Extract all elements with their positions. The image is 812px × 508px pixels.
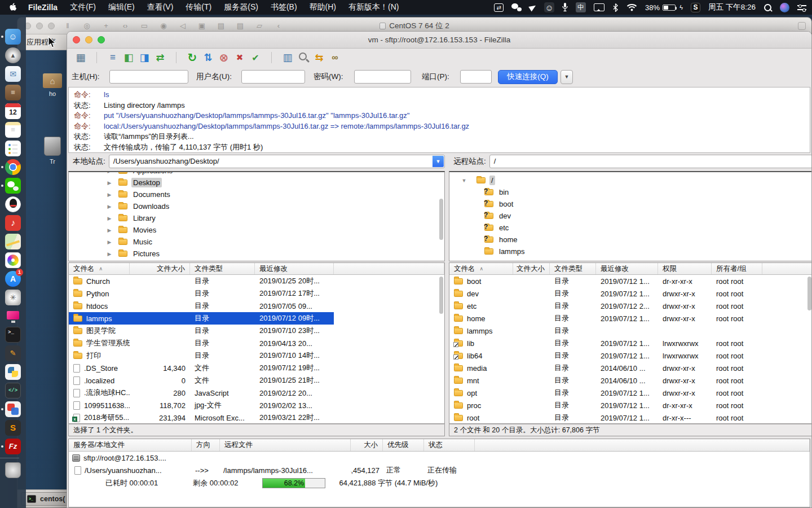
menubar-clock[interactable]: 周五 下午8:26 bbox=[708, 2, 756, 12]
expand-arrow-icon[interactable]: ▶ bbox=[106, 251, 113, 257]
process-queue-button[interactable]: ⇅ bbox=[200, 50, 216, 65]
column-header-3[interactable]: 最近修改 bbox=[255, 263, 334, 274]
expand-arrow-icon[interactable]: ▶ bbox=[106, 227, 113, 233]
remote-site-path[interactable]: / bbox=[489, 155, 812, 168]
spotlight-search-icon[interactable] bbox=[764, 3, 772, 12]
expand-arrow-icon[interactable]: ▶ bbox=[106, 180, 113, 186]
dock-item-finder[interactable]: ☺ bbox=[0, 27, 26, 46]
remote-file-row[interactable]: media目录2014/06/10 ...drwxr-xr-xroot root bbox=[449, 362, 812, 374]
emoji-input-icon[interactable]: ☺ bbox=[544, 2, 554, 12]
remote-file-row[interactable]: mnt目录2014/06/10 ...drwxr-xr-xroot root bbox=[449, 374, 812, 387]
directory-compare-button[interactable]: ▥ bbox=[280, 50, 295, 65]
dock-item-notes[interactable]: ≡ bbox=[0, 120, 26, 139]
sync-browsing-button[interactable]: ⇆ bbox=[311, 50, 327, 65]
menu-item-app[interactable]: FileZilla bbox=[22, 3, 64, 12]
local-file-row[interactable]: Python目录2019/07/12 17时... bbox=[69, 287, 444, 300]
remote-file-row[interactable]: dev目录2019/07/12 1...drwxr-xr-xroot root bbox=[449, 287, 812, 300]
dock-item-app-store[interactable]: A1 bbox=[0, 269, 26, 288]
host-input[interactable] bbox=[109, 70, 188, 84]
back-icon[interactable]: ‹ bbox=[273, 21, 284, 30]
queue-server-row[interactable]: sftp://root@172.16.153.... bbox=[69, 452, 810, 464]
local-tree-item-Documents[interactable]: ▶Documents bbox=[69, 189, 444, 200]
dock-item-maps[interactable] bbox=[0, 232, 26, 251]
expand-arrow-icon[interactable]: ▶ bbox=[106, 204, 113, 209]
bluetooth-icon[interactable] bbox=[612, 2, 619, 12]
local-tree-item-Desktop[interactable]: ▶Desktop bbox=[69, 177, 444, 189]
remote-tree-item-dev[interactable]: dev bbox=[449, 210, 812, 222]
dock-item-filezilla[interactable]: Fz bbox=[0, 437, 26, 456]
telegram-icon[interactable] bbox=[528, 3, 537, 12]
local-file-row[interactable]: 图灵学院目录2019/07/10 23时... bbox=[69, 325, 444, 337]
remote-tree-item-bin[interactable]: bin bbox=[449, 186, 812, 198]
remote-file-row[interactable]: opt目录2019/07/12 1...drwxr-xr-xroot root bbox=[449, 387, 812, 399]
quickconnect-button[interactable]: 快速连接(Q) bbox=[498, 70, 558, 84]
local-tree-item-Pictures[interactable]: ▶Pictures bbox=[69, 248, 444, 260]
wifi-icon[interactable] bbox=[626, 2, 637, 12]
drive-icon[interactable]: ▭ bbox=[139, 21, 149, 30]
dock-item-trash[interactable] bbox=[0, 461, 26, 479]
centos-trash-icon[interactable]: Tr bbox=[34, 137, 70, 165]
disconnect-button[interactable]: ✖ bbox=[232, 50, 248, 65]
expand-arrow-icon[interactable]: ▶ bbox=[106, 171, 113, 174]
remote-tree-root[interactable]: ▼/ bbox=[449, 174, 812, 186]
dock-item-photos[interactable] bbox=[0, 251, 26, 269]
notification-center-icon[interactable] bbox=[797, 5, 806, 11]
dock-item-code-editor[interactable]: </> bbox=[0, 381, 26, 400]
username-input[interactable] bbox=[241, 70, 305, 84]
snapshot-icon[interactable]: ◎ bbox=[82, 21, 92, 30]
battery-indicator[interactable]: 38% ϟ bbox=[645, 2, 683, 12]
column-header-4[interactable]: 权限 bbox=[658, 263, 712, 274]
menu-item-2[interactable]: 编辑(E) bbox=[102, 2, 141, 12]
remote-file-row[interactable]: lib目录2019/07/12 1...lrwxrwxrwxroot root bbox=[449, 337, 812, 349]
file-search-button[interactable] bbox=[295, 50, 311, 65]
local-file-row[interactable]: .localized0文件2019/01/25 21时... bbox=[69, 374, 444, 387]
centos-taskbar-terminal-button[interactable]: >_ centos( bbox=[21, 492, 69, 506]
disk2-icon[interactable]: ▤ bbox=[235, 21, 245, 30]
toggle-queue-button[interactable]: ⇄ bbox=[152, 50, 168, 65]
column-header-2[interactable]: 文件类型 bbox=[190, 263, 255, 274]
menu-item-6[interactable]: 书签(B) bbox=[264, 2, 303, 12]
local-site-path[interactable]: /Users/yuanshuozhang/Desktop/ ▼ bbox=[109, 155, 445, 168]
queue-column-header-3[interactable]: 大小 bbox=[351, 439, 383, 451]
sogou-input-icon[interactable]: S bbox=[691, 3, 700, 12]
dock-item-system-preferences[interactable]: ✳ bbox=[0, 288, 26, 306]
wechat-status-icon[interactable] bbox=[511, 3, 522, 11]
local-tree-scrollbar[interactable] bbox=[439, 199, 443, 240]
dock-item-sublime-text[interactable]: S bbox=[0, 418, 26, 437]
camera-icon[interactable]: ◉ bbox=[158, 21, 169, 30]
vm-fullscreen-icon[interactable] bbox=[798, 22, 806, 30]
expand-arrow-icon[interactable]: ▶ bbox=[106, 239, 113, 245]
refresh-button[interactable]: ↻ bbox=[184, 50, 200, 65]
menu-item-1[interactable]: 文件(F) bbox=[64, 2, 102, 12]
local-file-row[interactable]: 打印目录2019/07/10 14时... bbox=[69, 349, 444, 362]
find-files-button[interactable]: ∞ bbox=[327, 50, 343, 65]
remote-tree-item-lammps[interactable]: lammps bbox=[449, 246, 812, 257]
dock-item-netease-music[interactable]: ♪ bbox=[0, 213, 26, 232]
dictation-mic-icon[interactable] bbox=[562, 2, 568, 12]
dock-item-paint-tool[interactable]: ✎ bbox=[0, 344, 26, 362]
local-tree-item-Music[interactable]: ▶Music bbox=[69, 236, 444, 248]
local-tree-item-Downloads[interactable]: ▶Downloads bbox=[69, 200, 444, 212]
local-list-scrollbar[interactable] bbox=[439, 277, 443, 314]
dock-item-screen-display[interactable] bbox=[0, 306, 26, 325]
toggle-log-button[interactable]: ≡ bbox=[105, 50, 121, 65]
menu-item-8[interactable]: 有新版本！(N) bbox=[342, 2, 405, 12]
speaker-icon[interactable]: ◁ bbox=[178, 21, 188, 30]
remote-file-row[interactable]: lammps目录 bbox=[449, 325, 812, 337]
column-header-0[interactable]: 文件名∧ bbox=[449, 263, 513, 274]
menu-item-4[interactable]: 传输(T) bbox=[179, 2, 218, 12]
dock-item-contacts[interactable]: ≡ bbox=[0, 83, 26, 102]
toggle-local-tree-button[interactable]: ◧ bbox=[121, 50, 136, 65]
dock-item-python-idle[interactable] bbox=[0, 362, 26, 381]
collapse-arrow-icon[interactable]: ▼ bbox=[461, 178, 467, 183]
local-file-row[interactable]: 2018考研55...231,394Microsoft Exc...2019/0… bbox=[69, 411, 444, 424]
remote-list-scrollbar[interactable] bbox=[807, 277, 811, 310]
reconnect-button[interactable]: ✔ bbox=[248, 50, 263, 65]
dock-item-mail[interactable]: ✉ bbox=[0, 64, 26, 83]
siri-icon[interactable] bbox=[780, 3, 789, 12]
disk-icon[interactable]: ▤ bbox=[216, 21, 226, 30]
remote-file-row[interactable]: lib64目录2019/07/12 1...lrwxrwxrwxroot roo… bbox=[449, 349, 812, 362]
queue-column-header-0[interactable]: 服务器/本地文件 bbox=[69, 439, 192, 451]
remote-file-row[interactable]: etc目录2019/07/12 2...drwxr-xr-xroot root bbox=[449, 300, 812, 312]
port-input[interactable] bbox=[460, 70, 492, 84]
